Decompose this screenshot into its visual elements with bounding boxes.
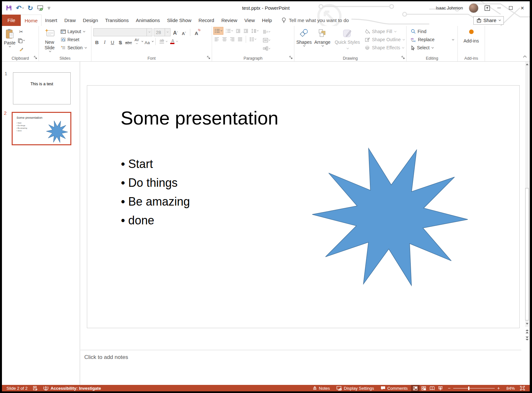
save-icon[interactable]	[6, 5, 12, 11]
slide-1-thumbnail[interactable]: This is a test	[13, 72, 71, 104]
clear-formatting-icon[interactable]: A	[193, 29, 200, 36]
character-spacing-button[interactable]: AV↔	[133, 38, 140, 45]
decrease-font-size-icon[interactable]: Aˇ	[180, 29, 187, 36]
tab-transitions[interactable]: Transitions	[101, 15, 132, 26]
tab-slide-show[interactable]: Slide Show	[163, 15, 195, 26]
redo-icon[interactable]: ↻	[28, 5, 33, 11]
font-name-dropdown-icon[interactable]	[147, 29, 152, 36]
slide-show-view-button[interactable]	[436, 385, 445, 391]
tab-home[interactable]: Home	[21, 15, 41, 26]
zoom-slider-thumb[interactable]	[468, 387, 469, 390]
accessibility-checker[interactable]: Accessibility: Investigate	[43, 386, 101, 391]
scrollbar-thumb[interactable]	[525, 188, 529, 320]
slide-bullet[interactable]: Start	[121, 155, 190, 173]
slide-title[interactable]: Some presentation	[121, 107, 278, 129]
tab-insert[interactable]: Insert	[41, 15, 61, 26]
slide-indicator[interactable]: Slide 2 of 2	[6, 386, 28, 391]
tab-draw[interactable]: Draw	[61, 15, 79, 26]
paste-button[interactable]: Paste	[3, 27, 17, 55]
fit-slide-to-window-icon[interactable]	[518, 385, 526, 391]
collapse-ribbon-chevron-icon[interactable]	[523, 54, 527, 59]
drawing-dialog-launcher-icon[interactable]	[401, 56, 405, 60]
shape-effects-button[interactable]: Shape Effects	[364, 44, 406, 51]
shape-outline-button[interactable]: Shape Outline	[364, 36, 406, 43]
undo-dropdown-chevron-icon[interactable]	[22, 6, 24, 8]
tab-help[interactable]: Help	[258, 15, 276, 26]
tell-me-box[interactable]: Tell me what you want to do	[281, 15, 349, 26]
align-center-icon[interactable]	[221, 35, 228, 43]
text-shadow-button[interactable]: S	[117, 38, 124, 45]
align-text-button[interactable]	[262, 36, 271, 44]
font-name-combobox[interactable]	[93, 28, 152, 36]
user-name[interactable]: Isaac Johnson	[436, 6, 463, 10]
scroll-down-icon[interactable]	[525, 321, 529, 327]
addins-button[interactable]: Add-ins	[462, 27, 480, 55]
customize-qat-icon[interactable]	[47, 6, 51, 10]
text-highlight-color-button[interactable]: ab	[158, 38, 165, 45]
zoom-level[interactable]: 84%	[503, 385, 518, 391]
slide-sorter-view-button[interactable]	[420, 385, 428, 391]
decrease-indent-icon[interactable]	[235, 27, 242, 35]
numbering-button[interactable]	[224, 27, 234, 35]
next-slide-icon[interactable]	[525, 336, 529, 341]
font-dialog-launcher-icon[interactable]	[207, 56, 210, 60]
line-spacing-button[interactable]	[250, 27, 259, 35]
tab-file[interactable]: File	[2, 15, 21, 26]
scroll-up-icon[interactable]	[525, 62, 529, 67]
start-slideshow-icon[interactable]	[37, 5, 43, 11]
close-button[interactable]: ✕	[519, 5, 525, 11]
font-size-dropdown-icon[interactable]	[165, 29, 170, 36]
notes-pane[interactable]: Click to add notes	[80, 350, 521, 385]
change-case-button[interactable]: Aa	[144, 38, 151, 45]
bullets-button[interactable]	[213, 27, 223, 35]
layout-button[interactable]: Layout	[60, 28, 88, 35]
tab-review[interactable]: Review	[218, 15, 241, 26]
clipboard-dialog-launcher-icon[interactable]	[34, 56, 37, 60]
convert-to-smartart-button[interactable]	[262, 45, 271, 53]
maximize-button[interactable]	[508, 5, 514, 11]
tab-record[interactable]: Record	[195, 15, 218, 26]
find-button[interactable]: Find	[410, 28, 457, 35]
increase-font-size-icon[interactable]: Aˆ	[172, 29, 179, 36]
quick-styles-button[interactable]: Quick Styles	[332, 27, 363, 55]
columns-button[interactable]	[248, 35, 257, 43]
section-button[interactable]: Section	[60, 44, 88, 51]
reset-button[interactable]: Reset	[60, 36, 88, 43]
slide-bullet[interactable]: done	[121, 211, 190, 230]
shapes-button[interactable]: Shapes	[295, 27, 313, 55]
align-left-icon[interactable]	[213, 35, 220, 43]
share-button[interactable]: Share	[473, 16, 504, 25]
slide-bullet[interactable]: Do things	[121, 173, 190, 192]
copy-icon[interactable]	[17, 37, 26, 44]
tab-design[interactable]: Design	[79, 15, 102, 26]
tab-view[interactable]: View	[241, 15, 258, 26]
new-slide-button[interactable]: New Slide	[40, 27, 60, 55]
ribbon-display-options-icon[interactable]	[484, 5, 490, 11]
minimize-button[interactable]	[496, 5, 502, 11]
bold-button[interactable]: B	[93, 38, 100, 45]
slide-bullet[interactable]: Be amazing	[121, 192, 190, 211]
slide-bullet-list[interactable]: Start Do things Be amazing done	[121, 155, 190, 230]
display-settings[interactable]: Display Settings	[333, 385, 377, 391]
star-shape[interactable]	[310, 143, 470, 291]
tab-animations[interactable]: Animations	[132, 15, 163, 26]
reading-view-button[interactable]	[428, 385, 436, 391]
cut-icon[interactable]: ✂	[17, 28, 26, 36]
italic-button[interactable]: I	[101, 38, 108, 45]
select-button[interactable]: Select	[410, 44, 457, 51]
comments-toggle[interactable]: Comments	[377, 385, 411, 391]
undo-icon[interactable]: ↶	[16, 5, 24, 11]
replace-dropdown-chevron-icon[interactable]	[452, 38, 454, 40]
font-size-combobox[interactable]: 28	[154, 28, 171, 36]
slide-2-thumbnail[interactable]: Some presentation Start Do things Be ama…	[12, 112, 71, 145]
slide-canvas[interactable]: Some presentation Start Do things Be ama…	[87, 85, 520, 328]
font-color-button[interactable]: A	[168, 38, 175, 45]
replace-button[interactable]: abac Replace	[410, 36, 457, 43]
justify-icon[interactable]	[237, 35, 243, 43]
zoom-out-button[interactable]: −	[445, 385, 451, 391]
previous-slide-icon[interactable]	[525, 329, 529, 334]
paragraph-dialog-launcher-icon[interactable]	[289, 56, 293, 60]
align-right-icon[interactable]	[229, 35, 236, 43]
normal-view-button[interactable]	[411, 385, 420, 391]
zoom-slider[interactable]	[453, 388, 495, 388]
